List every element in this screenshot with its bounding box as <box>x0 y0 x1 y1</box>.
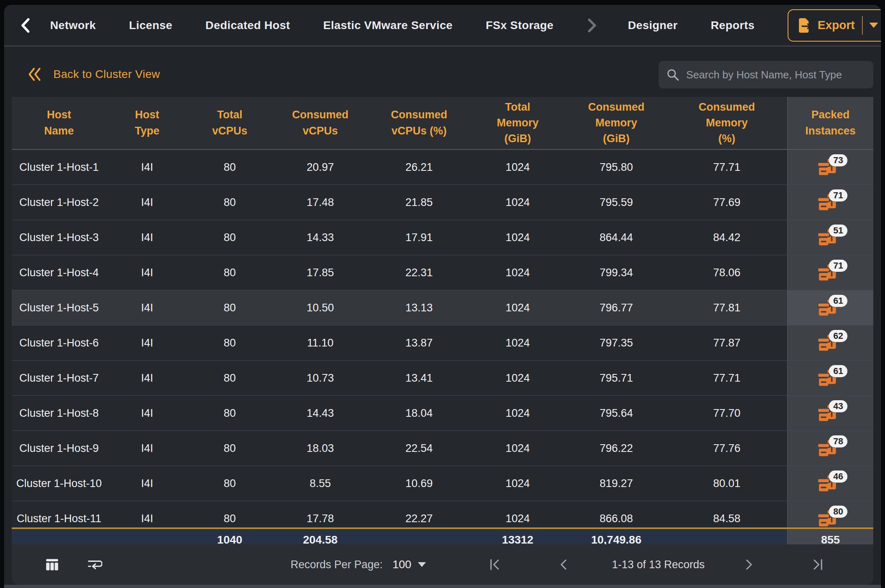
packed-instances-indicator[interactable]: 73 <box>817 157 844 178</box>
table-row[interactable]: Cluster 1-Host-9I4I8018.0322.541024796.2… <box>12 430 873 466</box>
table-row[interactable]: Cluster 1-Host-5I4I8010.5013.131024796.7… <box>12 290 873 325</box>
cell-consumed-memory: 866.08 <box>566 501 666 527</box>
records-per-page-select[interactable]: 100 <box>392 558 426 571</box>
column-header-consumed-vcpus-pct[interactable]: Consumed vCPUs (%) <box>369 97 469 149</box>
cell-consumed-vcpus-pct: 10.69 <box>369 466 469 501</box>
cell-total-memory: 1024 <box>469 326 566 360</box>
packed-instances-indicator[interactable]: 61 <box>817 368 844 388</box>
cell-host-name: Cluster 1-Host-5 <box>12 290 106 325</box>
search-box[interactable] <box>659 61 873 88</box>
cell-consumed-vcpus-pct: 26.21 <box>369 150 469 185</box>
packed-instances-indicator[interactable]: 71 <box>817 262 844 283</box>
packed-instances-indicator[interactable]: 62 <box>817 332 844 353</box>
cell-consumed-vcpus: 20.97 <box>272 150 369 185</box>
nav-tab-fsx-storage[interactable]: FSx Storage <box>486 19 554 32</box>
nav-tab-dedicated-host[interactable]: Dedicated Host <box>205 19 290 32</box>
cell-consumed-vcpus: 10.73 <box>272 361 369 395</box>
export-button[interactable]: Export <box>788 9 881 42</box>
cell-consumed-vcpus: 17.48 <box>272 185 369 220</box>
cell-total-memory: 1024 <box>469 396 566 430</box>
first-page-icon <box>489 558 501 571</box>
column-header-consumed-memory[interactable]: Consumed Memory (GiB) <box>566 97 666 149</box>
nav-scroll-right-button[interactable] <box>587 17 597 34</box>
app-window: Network License Dedicated Host Elastic V… <box>4 5 881 588</box>
packed-instances-indicator[interactable]: 46 <box>817 473 844 494</box>
search-input[interactable] <box>685 68 866 82</box>
cell-consumed-vcpus: 14.33 <box>272 220 369 255</box>
cell-total-memory: 1024 <box>469 185 566 220</box>
packed-instances-badge: 71 <box>829 189 847 202</box>
cell-consumed-memory-pct: 78.06 <box>666 255 787 290</box>
packed-instances-indicator[interactable]: 71 <box>817 192 844 213</box>
column-header-total-vcpus[interactable]: Total vCPUs <box>188 97 272 149</box>
packed-instances-badge: 61 <box>829 295 847 307</box>
table-row[interactable]: Cluster 1-Host-10I4I808.5510.691024819.2… <box>12 466 873 501</box>
cell-host-type: I4I <box>106 185 188 220</box>
column-header-packed-instances[interactable]: Packed Instances <box>787 97 873 149</box>
cell-consumed-vcpus-pct: 22.54 <box>369 431 469 466</box>
packed-instances-badge: 78 <box>829 435 847 447</box>
chevron-right-icon <box>587 17 597 34</box>
packed-instances-indicator[interactable]: 78 <box>817 438 844 459</box>
table-row[interactable]: Cluster 1-Host-8I4I8014.4318.041024795.6… <box>12 395 873 430</box>
table-row[interactable]: Cluster 1-Host-6I4I8011.1013.871024797.3… <box>12 325 873 360</box>
cell-total-memory: 1024 <box>469 501 566 527</box>
records-per-page-caret-icon <box>418 562 426 567</box>
column-header-host-type[interactable]: Host Type <box>106 97 188 149</box>
hosts-table: Host Name Host Type Total vCPUs Consumed… <box>12 97 873 552</box>
last-page-button[interactable] <box>812 558 824 571</box>
next-page-button[interactable] <box>744 558 754 571</box>
packed-instances-indicator[interactable]: 43 <box>817 403 844 424</box>
column-header-total-memory[interactable]: Total Memory (GiB) <box>469 97 566 149</box>
cell-consumed-vcpus-pct: 18.04 <box>369 396 469 430</box>
cell-host-name: Cluster 1-Host-9 <box>12 431 106 466</box>
packed-instances-indicator[interactable]: 61 <box>817 297 844 318</box>
nav-tab-license[interactable]: License <box>129 19 172 32</box>
packed-instances-badge: 51 <box>829 225 847 237</box>
previous-page-button[interactable] <box>558 558 569 571</box>
table-row[interactable]: Cluster 1-Host-1I4I8020.9726.211024795.8… <box>12 149 873 185</box>
file-export-icon <box>797 17 812 34</box>
table-row[interactable]: Cluster 1-Host-4I4I8017.8522.311024799.3… <box>12 255 873 290</box>
nav-tab-elastic-vmware-service[interactable]: Elastic VMware Service <box>323 19 453 32</box>
cell-consumed-vcpus-pct: 17.91 <box>369 220 469 255</box>
cell-consumed-memory: 864.44 <box>566 220 666 255</box>
packed-instances-badge: 43 <box>829 400 847 412</box>
table-row[interactable]: Cluster 1-Host-11I4I8017.7822.271024866.… <box>12 501 873 527</box>
first-page-button[interactable] <box>489 558 501 571</box>
cell-host-type: I4I <box>106 150 188 185</box>
table-row[interactable]: Cluster 1-Host-2I4I8017.4821.851024795.5… <box>12 185 873 220</box>
column-header-consumed-memory-pct[interactable]: Consumed Memory (%) <box>666 97 787 149</box>
nav-menu-reports[interactable]: Reports <box>711 19 755 32</box>
cell-total-memory: 1024 <box>469 466 566 501</box>
table-body: Cluster 1-Host-1I4I8020.9726.211024795.8… <box>12 149 873 501</box>
records-per-page-label: Records Per Page: <box>291 559 383 571</box>
table-row[interactable]: Cluster 1-Host-7I4I8010.7313.411024795.7… <box>12 360 873 395</box>
packed-instances-indicator[interactable]: 51 <box>817 227 844 248</box>
cell-consumed-memory-pct: 77.70 <box>666 396 787 430</box>
column-header-consumed-vcpus[interactable]: Consumed vCPUs <box>272 97 369 149</box>
cell-total-memory: 1024 <box>469 220 566 255</box>
cell-consumed-vcpus: 17.78 <box>272 501 369 527</box>
nav-back-button[interactable] <box>19 17 32 34</box>
export-caret-icon[interactable] <box>869 23 878 28</box>
cell-consumed-memory: 795.71 <box>566 361 666 395</box>
cell-consumed-memory: 819.27 <box>566 466 666 501</box>
packed-instances-indicator[interactable]: 80 <box>817 508 844 527</box>
table-row[interactable]: Cluster 1-Host-3I4I8014.3317.911024864.4… <box>12 220 873 255</box>
cell-consumed-vcpus-pct: 22.27 <box>369 501 469 527</box>
cell-host-type: I4I <box>106 396 188 430</box>
back-to-cluster-view-link[interactable]: Back to Cluster View <box>27 64 160 85</box>
nav-tab-network[interactable]: Network <box>50 19 96 32</box>
records-per-page-value: 100 <box>392 558 411 571</box>
cell-total-vcpus: 80 <box>188 361 272 395</box>
cell-consumed-memory-pct: 77.76 <box>666 431 787 466</box>
wrap-text-button[interactable] <box>87 557 102 572</box>
cell-packed-instances: 78 <box>787 431 873 466</box>
cell-packed-instances: 46 <box>787 466 873 501</box>
column-header-host-name[interactable]: Host Name <box>12 97 106 149</box>
cell-consumed-memory-pct: 84.42 <box>666 220 787 255</box>
records-per-page: Records Per Page: 100 <box>291 558 426 571</box>
nav-menu-designer[interactable]: Designer <box>628 19 678 32</box>
table-columns-button[interactable] <box>45 557 59 572</box>
